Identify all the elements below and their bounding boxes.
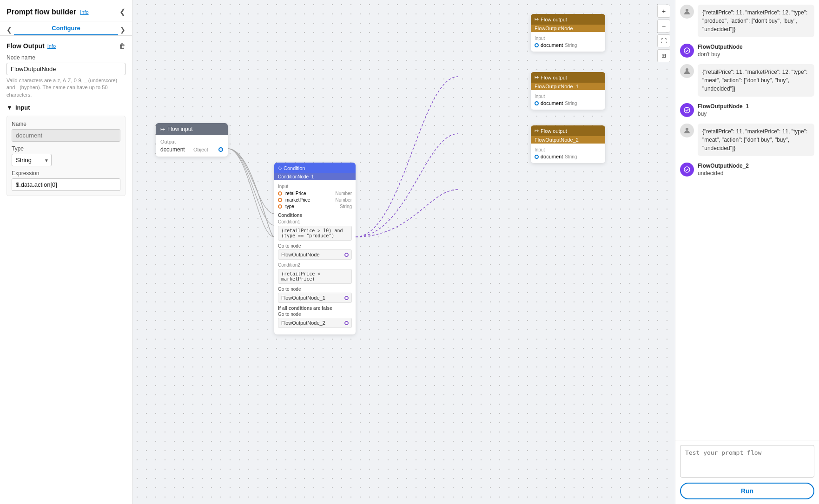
fon3-body: Input document String <box>531 144 605 163</box>
user-message-1: {"retailPrice": 11, "marketPrice": 12, "… <box>698 5 814 37</box>
tab-configure[interactable]: Configure <box>14 25 118 35</box>
fon3-input-row: document String <box>535 154 601 159</box>
retail-connector[interactable] <box>278 191 282 196</box>
run-button[interactable]: Run <box>680 483 814 499</box>
input-name-label: Name <box>12 121 120 127</box>
chat-entry-4: FlowOutputNode_1 buy <box>680 103 814 117</box>
cond-input-type: type String <box>278 204 352 209</box>
input-name-field[interactable] <box>12 129 120 142</box>
node-name-input[interactable] <box>7 63 125 75</box>
goto-box-1: FlowOutputNode <box>278 249 352 260</box>
svg-point-2 <box>686 68 688 71</box>
flow-output-node-3[interactable]: ↦ Flow output FlowOutputNode_2 Input doc… <box>531 125 605 163</box>
tab-next-button[interactable]: ❯ <box>118 24 127 35</box>
flow-output-node-2[interactable]: ↦ Flow output FlowOutputNode_1 Input doc… <box>531 72 605 110</box>
fon2-icon: ↦ <box>535 74 539 80</box>
flow-input-node[interactable]: ↦ Flow input Output document Object <box>156 123 228 157</box>
cond-input-retail: retailPrice Number <box>278 191 352 196</box>
header-info-link[interactable]: Info <box>80 9 88 15</box>
fon1-icon: ↦ <box>535 16 539 22</box>
tab-prev-button[interactable]: ❮ <box>5 24 14 35</box>
assistant-message-1: FlowOutputNode don't buy <box>698 44 814 58</box>
node-name-field-group: Node name Valid characters are a-z, A-Z,… <box>7 54 125 98</box>
zoom-in-button[interactable]: + <box>657 5 670 18</box>
node-name-label: Node name <box>7 54 125 61</box>
assistant-message-3: FlowOutputNode_2 undecided <box>698 163 814 177</box>
right-footer: Run <box>675 440 819 504</box>
flow-output-node-1[interactable]: ↦ Flow output FlowOutputNode Input docum… <box>531 14 605 52</box>
canvas-controls: + − ⛶ ⊞ <box>657 5 670 62</box>
user-avatar-1 <box>680 5 694 19</box>
fon1-connector[interactable] <box>535 43 539 47</box>
chat-entry-2: FlowOutputNode don't buy <box>680 44 814 58</box>
fon1-input-row: document String <box>535 42 601 48</box>
left-header: Prompt flow builder Info ❮ <box>0 0 132 21</box>
condition-subheader: ConditionNode_1 <box>274 173 356 180</box>
type-connector[interactable] <box>278 204 282 209</box>
input-name-row: Name <box>12 121 120 142</box>
condition-node[interactable]: ◇ Condition ConditionNode_1 Input retail… <box>274 163 356 334</box>
assistant-message-2: FlowOutputNode_1 buy <box>698 103 814 117</box>
input-section-chevron: ▼ <box>7 104 13 111</box>
condition-icon: ◇ <box>278 165 282 171</box>
goto-connector-1[interactable] <box>344 253 349 257</box>
chat-entry-6: FlowOutputNode_2 undecided <box>680 163 814 177</box>
goto-connector-3[interactable] <box>344 321 349 325</box>
app-title: Prompt flow builder <box>7 8 76 16</box>
condition1-expr[interactable]: (retailPrice > 10) and (type == "produce… <box>278 226 352 241</box>
node-name-hint: Valid characters are a-z, A-Z, 0-9, _ (u… <box>7 77 125 98</box>
user-message-2: {"retailPrice": 11, "marketPrice": 12, "… <box>698 64 814 97</box>
goto-connector-2[interactable] <box>344 296 349 300</box>
output-connector[interactable] <box>218 147 223 152</box>
section-title: Flow Output Info <box>7 42 56 50</box>
assistant-avatar-2 <box>680 103 694 117</box>
assistant-avatar-1 <box>680 44 694 58</box>
fit-view-button[interactable]: ⛶ <box>657 34 670 47</box>
header-title-group: Prompt flow builder Info <box>7 8 89 16</box>
input-type-row: Type String Number Boolean Object Array … <box>12 145 120 166</box>
flow-input-icon: ↦ <box>160 126 165 132</box>
condition-header: ◇ Condition <box>274 163 356 173</box>
condition2-expr[interactable]: (retailPrice < marketPrice) <box>278 269 352 284</box>
goto-box-3: FlowOutputNode_2 <box>278 318 352 328</box>
fon3-connector[interactable] <box>535 155 539 159</box>
delete-node-button[interactable]: 🗑 <box>119 42 125 50</box>
right-panel: {"retailPrice": 11, "marketPrice": 12, "… <box>675 0 819 504</box>
zoom-out-button[interactable]: − <box>657 20 670 33</box>
input-section-label: Input <box>15 104 30 111</box>
input-type-label: Type <box>12 145 120 152</box>
svg-point-0 <box>686 9 688 12</box>
layout-button[interactable]: ⊞ <box>657 49 670 62</box>
fon2-connector[interactable] <box>535 101 539 105</box>
flow-input-node-body: Output document Object <box>156 135 228 157</box>
input-type-select-wrapper: String Number Boolean Object Array ▼ <box>12 154 52 166</box>
market-connector[interactable] <box>278 198 282 202</box>
input-expression-field[interactable] <box>12 178 120 191</box>
chat-history: {"retailPrice": 11, "marketPrice": 12, "… <box>675 0 819 440</box>
fon1-subheader: FlowOutputNode <box>531 25 605 32</box>
goto-box-2: FlowOutputNode_1 <box>278 293 352 303</box>
section-info-link[interactable]: Info <box>47 43 56 49</box>
chat-entry-1: {"retailPrice": 11, "marketPrice": 12, "… <box>680 5 814 37</box>
chat-entry-3: {"retailPrice": 11, "marketPrice": 12, "… <box>680 64 814 97</box>
conditions-section: Conditions Condition1 (retailPrice > 10)… <box>278 213 352 328</box>
flow-input-node-header: ↦ Flow input <box>156 123 228 135</box>
fon2-input-row: document String <box>535 100 601 106</box>
collapse-panel-button[interactable]: ❮ <box>119 7 125 16</box>
input-type-select[interactable]: String Number Boolean Object Array <box>12 154 52 166</box>
input-section-toggle[interactable]: ▼ Input <box>7 104 125 111</box>
input-expression-label: Expression <box>12 170 120 177</box>
fon2-body: Input document String <box>531 90 605 110</box>
fon2-header: ↦ Flow output <box>531 72 605 83</box>
chat-entry-5: {"retailPrice": 11, "marketPrice": 11, "… <box>680 124 814 156</box>
fon1-body: Input document String <box>531 32 605 52</box>
assistant-avatar-3 <box>680 163 694 177</box>
input-expression-row: Expression <box>12 170 120 191</box>
flow-input-output-row: document Object <box>160 146 223 153</box>
test-input[interactable] <box>680 445 814 478</box>
fon1-header: ↦ Flow output <box>531 14 605 25</box>
cond-input-market: marketPrice Number <box>278 197 352 203</box>
user-avatar-3 <box>680 124 694 137</box>
flow-canvas[interactable]: + − ⛶ ⊞ ↦ Flow input Output document Obj… <box>132 0 675 504</box>
condition-body: Input retailPrice Number marketPrice Num… <box>274 180 356 334</box>
